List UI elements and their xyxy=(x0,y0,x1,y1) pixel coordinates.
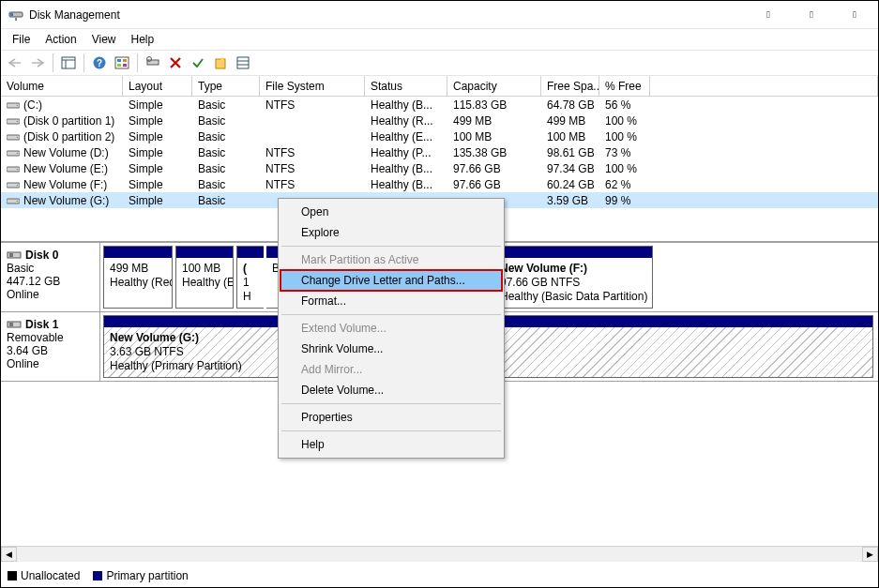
context-menu-item[interactable]: Properties xyxy=(280,407,502,428)
volume-free: 64.78 GB xyxy=(541,98,599,112)
context-menu-item[interactable]: Format... xyxy=(280,291,502,311)
menu-action[interactable]: Action xyxy=(38,31,83,48)
partition-size: 1 xyxy=(243,276,258,290)
list-button[interactable] xyxy=(233,53,253,73)
partition-header xyxy=(494,247,652,258)
context-menu-item[interactable]: Explore xyxy=(280,222,502,243)
volume-name: New Volume (G:) xyxy=(23,194,109,207)
context-menu-separator xyxy=(281,403,501,404)
svg-point-32 xyxy=(17,201,19,203)
refresh-button[interactable] xyxy=(143,53,163,73)
column-status[interactable]: Status xyxy=(365,76,447,96)
context-menu-item[interactable]: Help xyxy=(280,434,502,455)
context-menu-item: Add Mirror... xyxy=(280,359,502,380)
svg-rect-1 xyxy=(10,13,13,16)
drive-icon xyxy=(7,100,20,110)
volume-status: Healthy (B... xyxy=(365,98,447,112)
menu-view[interactable]: View xyxy=(84,31,124,48)
context-menu-item[interactable]: Open xyxy=(280,202,502,222)
context-menu-item[interactable]: Change Drive Letter and Paths... xyxy=(280,270,502,291)
volume-status: Healthy (P... xyxy=(365,146,447,159)
volume-row[interactable]: (Disk 0 partition 2)SimpleBasicHealthy (… xyxy=(1,128,878,144)
volume-row[interactable]: New Volume (E:)SimpleBasicNTFSHealthy (B… xyxy=(1,160,878,176)
partition-body: 499 MBHealthy (Reco xyxy=(104,258,172,294)
volume-type: Basic xyxy=(192,98,260,112)
volume-row[interactable]: (Disk 0 partition 1)SimpleBasicHealthy (… xyxy=(1,113,878,128)
column-filesystem[interactable]: File System xyxy=(260,76,365,96)
menu-help[interactable]: Help xyxy=(124,31,162,48)
context-menu-separator xyxy=(281,246,501,247)
column-capacity[interactable]: Capacity xyxy=(447,76,541,96)
disk-size: 3.64 GB xyxy=(7,344,94,357)
volume-free: 60.24 GB xyxy=(541,178,599,191)
scroll-track[interactable] xyxy=(17,547,862,562)
column-volume[interactable]: Volume xyxy=(1,76,123,96)
back-button[interactable] xyxy=(5,53,25,73)
volume-name: New Volume (D:) xyxy=(23,146,109,159)
disk-name: Disk 1 xyxy=(25,318,58,331)
volume-layout: Simple xyxy=(123,194,192,207)
partition-header xyxy=(104,247,172,258)
disk-icon xyxy=(7,249,22,262)
show-hide-tree-button[interactable] xyxy=(58,53,79,73)
help-button[interactable]: ? xyxy=(89,53,110,73)
checkmark-button[interactable] xyxy=(188,53,208,73)
close-button[interactable]:  xyxy=(833,1,876,29)
volume-fs: NTFS xyxy=(260,146,365,159)
volume-name: New Volume (E:) xyxy=(23,162,108,175)
svg-rect-11 xyxy=(117,64,121,67)
svg-rect-8 xyxy=(115,57,129,68)
volume-type: Basic xyxy=(192,130,260,143)
new-item-button[interactable] xyxy=(210,53,231,73)
volume-type: Basic xyxy=(192,146,260,159)
volume-type: Basic xyxy=(192,114,260,128)
delete-button[interactable] xyxy=(165,53,186,73)
column-percent[interactable]: % Free xyxy=(599,76,650,96)
drive-icon xyxy=(7,132,20,142)
volume-type: Basic xyxy=(192,162,260,175)
context-menu-item[interactable]: Delete Volume... xyxy=(280,380,502,400)
partition[interactable]: 499 MBHealthy (Reco xyxy=(103,246,173,309)
partition[interactable]: New Volume (F:)97.66 GB NTFSHealthy (Bas… xyxy=(493,246,653,309)
forward-button[interactable] xyxy=(27,53,48,73)
context-menu-item: Extend Volume... xyxy=(280,318,502,339)
volume-layout: Simple xyxy=(123,114,192,128)
scroll-right-button[interactable]: ▶ xyxy=(862,547,878,562)
toolbar-separator xyxy=(53,53,53,72)
volume-capacity: 100 MB xyxy=(447,130,541,143)
drive-icon xyxy=(7,164,20,173)
partition[interactable]: (1H xyxy=(236,246,264,309)
partition-header xyxy=(237,247,264,258)
volume-row[interactable]: (C:)SimpleBasicNTFSHealthy (B...115.83 G… xyxy=(1,97,878,113)
drive-icon xyxy=(7,116,20,126)
svg-rect-12 xyxy=(123,64,127,67)
horizontal-scrollbar[interactable]: ◀ ▶ xyxy=(1,546,878,562)
volume-percent: 100 % xyxy=(599,130,650,143)
svg-text:?: ? xyxy=(97,58,102,68)
column-type[interactable]: Type xyxy=(192,76,260,96)
context-menu-item: Mark Partition as Active xyxy=(280,249,502,270)
volume-row[interactable]: New Volume (F:)SimpleBasicNTFSHealthy (B… xyxy=(1,176,878,192)
partition-status: Healthy (Basic Data Partition) xyxy=(500,290,646,304)
context-menu-item[interactable]: Shrink Volume... xyxy=(280,339,502,359)
column-free[interactable]: Free Spa... xyxy=(541,76,599,96)
menu-file[interactable]: File xyxy=(5,31,38,48)
window-title: Disk Management xyxy=(29,8,747,22)
disk-kind: Removable xyxy=(7,331,94,344)
partition-status: Healthy (Reco xyxy=(110,276,166,290)
volume-name: (Disk 0 partition 2) xyxy=(23,130,114,143)
scroll-left-button[interactable]: ◀ xyxy=(1,547,17,562)
volume-type: Basic xyxy=(192,194,260,207)
minimize-button[interactable]:  xyxy=(747,1,790,29)
volume-row[interactable]: New Volume (D:)SimpleBasicNTFSHealthy (P… xyxy=(1,144,878,160)
svg-rect-16 xyxy=(237,57,249,68)
disk-name: Disk 0 xyxy=(25,249,58,262)
maximize-button[interactable]:  xyxy=(790,1,833,29)
column-layout[interactable]: Layout xyxy=(123,76,192,96)
volume-list[interactable]: (C:)SimpleBasicNTFSHealthy (B...115.83 G… xyxy=(1,97,878,208)
partition[interactable]: 100 MBHealthy (E xyxy=(175,246,234,309)
context-menu[interactable]: OpenExploreMark Partition as ActiveChang… xyxy=(278,198,505,459)
settings-button[interactable] xyxy=(112,53,132,73)
volume-free: 3.59 GB xyxy=(541,194,599,207)
legend-primary-label: Primary partition xyxy=(106,569,188,582)
